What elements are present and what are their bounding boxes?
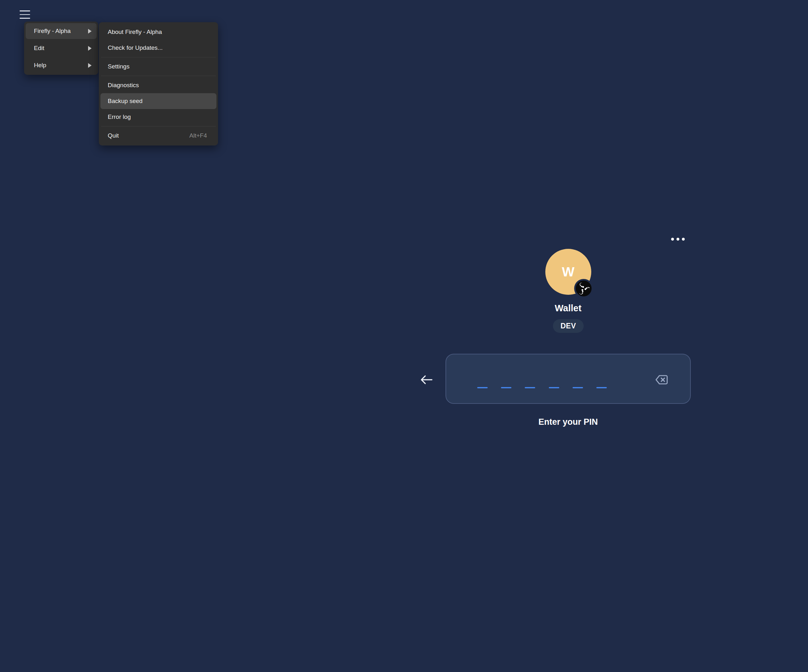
backspace-button[interactable] — [654, 373, 669, 386]
dev-network-badge: DEV — [553, 319, 584, 333]
pin-slot-dash — [573, 387, 583, 388]
pin-slot-dash — [477, 387, 487, 388]
profile-options-button[interactable] — [669, 236, 687, 242]
network-badge — [574, 279, 593, 298]
iota-logo-icon — [578, 283, 590, 294]
pin-slot-dash — [501, 387, 511, 388]
submenu-arrow-icon — [88, 63, 92, 68]
menu-separator — [101, 76, 216, 76]
submenu-item-label: Backup seed — [108, 98, 143, 105]
menu-item-label: Help — [34, 62, 88, 69]
pin-slot-dash — [596, 387, 607, 388]
submenu-item-about[interactable]: About Firefly - Alpha — [100, 24, 216, 40]
submenu-item-label: Settings — [108, 63, 130, 70]
submenu-item-label: Check for Updates... — [108, 44, 162, 51]
submenu-item-backup-seed[interactable]: Backup seed — [100, 93, 216, 109]
pin-slot-dash — [549, 387, 559, 388]
quit-shortcut: Alt+F4 — [189, 132, 207, 139]
submenu-arrow-icon — [88, 46, 92, 51]
submenu-item-label: Diagnostics — [108, 82, 139, 89]
avatar-initial: W — [562, 264, 575, 279]
profile-name: Wallet — [529, 303, 608, 314]
hamburger-menu-button[interactable] — [19, 10, 31, 20]
submenu-item-label: Quit — [108, 132, 119, 139]
hamburger-icon — [20, 10, 30, 12]
back-button[interactable] — [419, 373, 434, 386]
submenu-item-quit[interactable]: Quit Alt+F4 — [100, 128, 216, 144]
submenu-arrow-icon — [88, 29, 92, 33]
submenu-item-settings[interactable]: Settings — [100, 59, 216, 75]
back-arrow-icon — [420, 374, 433, 385]
menu-item-edit[interactable]: Edit — [26, 40, 97, 56]
menu-item-help[interactable]: Help — [26, 57, 97, 73]
submenu-item-diagnostics[interactable]: Diagnostics — [100, 77, 216, 93]
menu-separator — [101, 57, 216, 57]
ellipsis-icon — [671, 238, 674, 241]
menu-item-label: Firefly - Alpha — [34, 28, 88, 35]
menu-separator — [101, 126, 216, 127]
menu-item-firefly-alpha[interactable]: Firefly - Alpha — [26, 23, 97, 39]
backspace-icon — [655, 374, 668, 385]
pin-slot-dash — [525, 387, 535, 388]
app-submenu: About Firefly - Alpha Check for Updates.… — [99, 22, 218, 145]
pin-label: Enter your PIN — [529, 417, 608, 427]
menu-item-label: Edit — [34, 45, 88, 52]
submenu-item-error-log[interactable]: Error log — [100, 109, 216, 125]
submenu-item-label: Error log — [108, 114, 131, 120]
pin-input[interactable] — [446, 354, 691, 404]
app-menu: Firefly - Alpha Edit Help — [24, 22, 98, 75]
submenu-item-label: About Firefly - Alpha — [108, 28, 162, 35]
submenu-item-check-updates[interactable]: Check for Updates... — [100, 40, 216, 56]
